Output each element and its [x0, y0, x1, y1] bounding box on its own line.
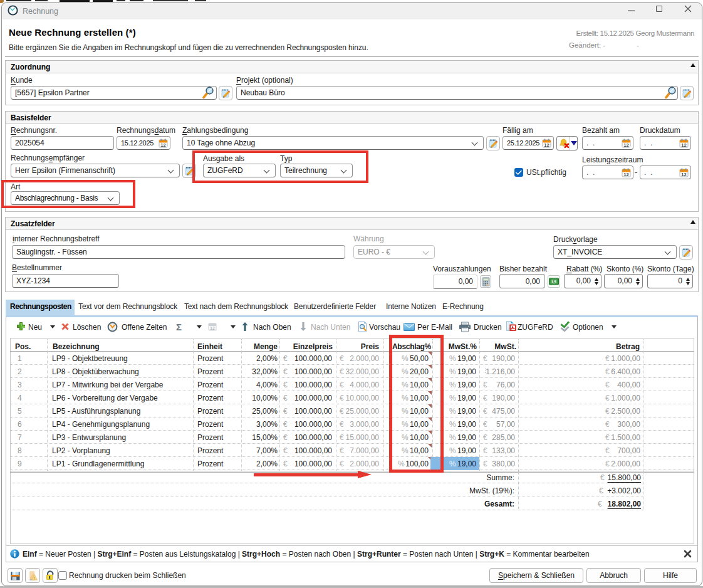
svg-text:12: 12	[623, 142, 628, 148]
svg-text:12: 12	[160, 142, 165, 148]
svg-text:€: €	[553, 279, 555, 283]
svg-text:12: 12	[681, 172, 686, 177]
svg-text:12: 12	[681, 142, 686, 148]
svg-text:12: 12	[544, 142, 549, 148]
svg-text:12: 12	[623, 172, 628, 177]
svg-text:12: 12	[210, 326, 215, 330]
